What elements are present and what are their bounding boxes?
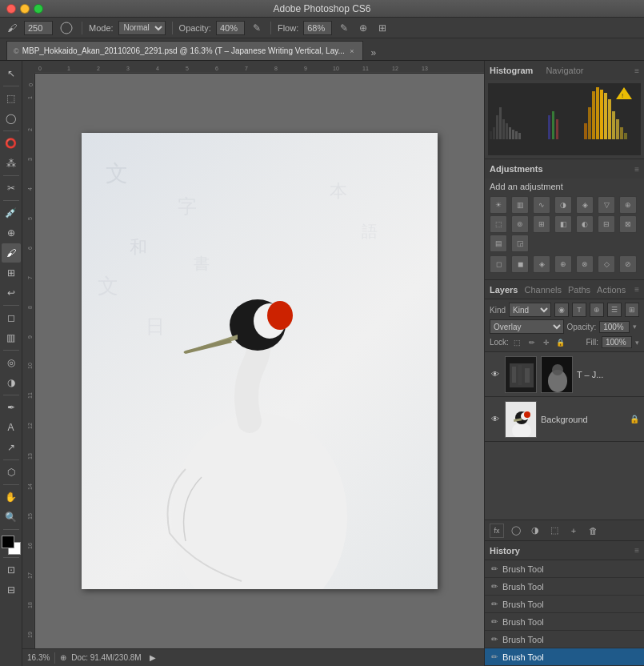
tool-brush[interactable]: 🖌 xyxy=(2,243,21,263)
layer-delete-icon[interactable]: 🗑 xyxy=(586,524,600,538)
adj-gradient-map[interactable]: ▤ xyxy=(490,235,507,252)
history-item-active[interactable]: ✏ Brush Tool xyxy=(485,648,644,666)
tool-history-brush[interactable]: ↩ xyxy=(2,283,21,303)
layer-filter-5[interactable]: ⊞ xyxy=(625,303,639,317)
adj-extra4[interactable]: ⊕ xyxy=(554,255,572,273)
tool-text[interactable]: A xyxy=(2,418,21,437)
flow-value[interactable]: 68% xyxy=(303,21,332,35)
layer-mask-icon[interactable]: ◯ xyxy=(509,524,523,538)
history-item[interactable]: ✏ Brush Tool xyxy=(485,631,644,648)
tool-move[interactable]: ↖ xyxy=(2,64,21,83)
adj-extra1[interactable]: ◻ xyxy=(490,255,507,273)
tool-crop[interactable]: ✂ xyxy=(2,179,21,198)
close-button[interactable] xyxy=(6,4,16,14)
history-item[interactable]: ✏ Brush Tool xyxy=(485,613,644,631)
tab-close-icon[interactable]: × xyxy=(348,47,356,55)
adj-color-balance[interactable]: ⊕ xyxy=(619,196,637,214)
adj-extra2[interactable]: ◼ xyxy=(511,255,529,273)
tab-expand-icon[interactable]: » xyxy=(366,46,381,60)
tool-screen-mode[interactable]: ⊟ xyxy=(2,580,21,600)
tool-marquee-rect[interactable]: ⬚ xyxy=(2,89,21,108)
adj-brightness[interactable]: ☀ xyxy=(490,196,507,214)
adj-posterize[interactable]: ⊟ xyxy=(598,215,615,233)
layer-fx-icon[interactable]: fx xyxy=(490,524,504,538)
layer-filter-3[interactable]: ⊕ xyxy=(590,303,604,317)
layer-group-icon[interactable]: ⬚ xyxy=(547,524,562,538)
adj-extra7[interactable]: ⊘ xyxy=(619,255,637,273)
flow-pressure-icon[interactable]: ✎ xyxy=(337,21,351,35)
tool-path-select[interactable]: ↗ xyxy=(2,438,21,457)
tool-gradient[interactable]: ▥ xyxy=(2,328,21,347)
canvas-image[interactable]: 文 字 和 文 書 日 本 語 xyxy=(82,133,438,589)
lock-transparent-icon[interactable]: ⬚ xyxy=(512,337,523,348)
history-item[interactable]: ✏ Brush Tool xyxy=(485,560,644,578)
brush-tool-icon[interactable]: 🖌 xyxy=(5,21,19,35)
tool-blur[interactable]: ◎ xyxy=(2,353,21,372)
tool-dodge[interactable]: ◑ xyxy=(2,373,21,392)
color-swatches[interactable] xyxy=(2,536,21,555)
tool-healing[interactable]: ⊕ xyxy=(2,223,21,243)
tool-mask-mode[interactable]: ⊡ xyxy=(2,560,21,580)
histogram-header[interactable]: Histogram Navigator ≡ xyxy=(485,61,644,80)
adj-vibrance[interactable]: ◈ xyxy=(576,196,594,214)
actions-tab[interactable]: Actions xyxy=(597,285,626,295)
layer-filter-1[interactable]: ◉ xyxy=(554,303,569,317)
lock-position-icon[interactable]: ✛ xyxy=(541,337,552,348)
opacity-value[interactable]: 100% xyxy=(599,321,630,333)
lock-image-icon[interactable]: ✏ xyxy=(526,337,538,348)
paths-tab[interactable]: Paths xyxy=(568,285,590,295)
tool-hand[interactable]: ✋ xyxy=(2,487,21,507)
adj-extra3[interactable]: ◈ xyxy=(533,255,550,273)
adj-threshold[interactable]: ⊠ xyxy=(619,215,637,233)
adj-exposure[interactable]: ◑ xyxy=(554,196,572,214)
opacity-chevron-icon[interactable]: ▾ xyxy=(633,323,637,331)
canvas-document[interactable]: 文 字 和 文 書 日 本 語 xyxy=(35,74,484,648)
opacity-value[interactable]: 40% xyxy=(216,21,245,35)
history-menu-icon[interactable]: ≡ xyxy=(634,546,639,555)
tool-zoom[interactable]: 🔍 xyxy=(2,508,21,527)
adjustments-header[interactable]: Adjustments ≡ xyxy=(485,159,644,179)
adjustments-menu-icon[interactable]: ≡ xyxy=(634,165,639,174)
layer-filter-2[interactable]: T xyxy=(572,303,586,317)
navigator-tab[interactable]: Navigator xyxy=(546,66,583,75)
opacity-pressure-icon[interactable]: ✎ xyxy=(250,21,264,35)
channels-tab[interactable]: Channels xyxy=(524,285,561,295)
navigation-arrows[interactable]: ▶ xyxy=(150,653,156,662)
layer-visibility-toggle[interactable]: 👁 xyxy=(490,414,501,425)
history-header[interactable]: History ≡ xyxy=(485,541,644,560)
layer-item[interactable]: 👁 Background xyxy=(485,397,644,442)
layer-visibility-toggle[interactable]: 👁 xyxy=(490,369,501,380)
layer-filter-4[interactable]: ☰ xyxy=(607,303,622,317)
adj-color-lookup[interactable]: ◧ xyxy=(554,215,572,233)
adj-channel-mixer[interactable]: ⊞ xyxy=(533,215,550,233)
blend-mode-select[interactable]: Overlay xyxy=(490,319,564,334)
fill-value[interactable]: 100% xyxy=(602,336,632,348)
tool-eraser[interactable]: ◻ xyxy=(2,308,21,327)
layers-tab[interactable]: Layers xyxy=(490,285,518,295)
lock-all-icon[interactable]: 🔒 xyxy=(555,337,566,348)
fill-chevron-icon[interactable]: ▾ xyxy=(635,339,639,347)
maximize-button[interactable] xyxy=(34,4,43,14)
brush-preview[interactable] xyxy=(58,19,75,37)
layer-item[interactable]: 👁 xyxy=(485,352,644,397)
mode-select[interactable]: Normal xyxy=(118,21,166,35)
adj-extra6[interactable]: ◇ xyxy=(598,255,615,273)
adj-extra5[interactable]: ⊗ xyxy=(576,255,594,273)
kind-select[interactable]: Kind xyxy=(509,303,551,317)
adj-photo-filter[interactable]: ⊚ xyxy=(511,215,529,233)
tool-shape[interactable]: ⬡ xyxy=(2,463,21,482)
airbrush-icon[interactable]: ⊕ xyxy=(356,21,370,35)
tool-marquee-ellipse[interactable]: ◯ xyxy=(2,109,21,128)
tablet-icon[interactable]: ⊞ xyxy=(375,21,390,35)
histogram-tab[interactable]: Histogram xyxy=(490,66,533,75)
brush-size-value[interactable]: 250 xyxy=(24,21,53,35)
tool-quick-select[interactable]: ⁂ xyxy=(2,154,21,173)
histogram-menu-icon[interactable]: ≡ xyxy=(634,66,639,75)
tool-lasso[interactable]: ⭕ xyxy=(2,134,21,153)
tool-pen[interactable]: ✒ xyxy=(2,398,21,417)
document-tab[interactable]: © MBP_Hokkaido_Akan_20110206_2291.psd @ … xyxy=(6,41,363,60)
tool-clone[interactable]: ⊞ xyxy=(2,263,21,283)
history-item[interactable]: ✏ Brush Tool xyxy=(485,596,644,613)
layer-adjustment-icon[interactable]: ◑ xyxy=(528,524,542,538)
minimize-button[interactable] xyxy=(20,4,30,14)
